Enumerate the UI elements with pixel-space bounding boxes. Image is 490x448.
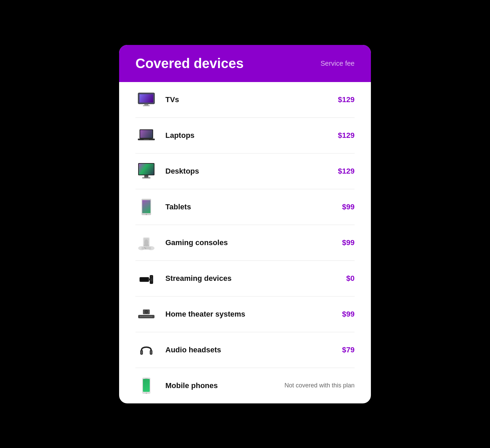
device-name-gaming-consoles: Gaming consoles (165, 238, 342, 247)
svg-rect-52 (145, 378, 148, 379)
svg-point-44 (145, 311, 147, 313)
device-name-home-theater: Home theater systems (165, 310, 342, 319)
svg-point-36 (141, 316, 142, 317)
tablet-icon (135, 196, 157, 218)
device-name-laptops: Laptops (165, 131, 338, 140)
device-name-tvs: TVs (165, 95, 338, 104)
device-row-audio-headsets: Audio headsets$79 (135, 332, 355, 368)
svg-rect-48 (150, 351, 152, 354)
svg-rect-7 (140, 130, 152, 138)
device-fee-home-theater: $99 (342, 310, 355, 319)
svg-rect-12 (144, 175, 148, 177)
svg-rect-20 (144, 245, 149, 246)
device-fee-tablets: $99 (342, 203, 355, 211)
device-fee-mobile-phones: Not covered with this plan (284, 382, 355, 389)
device-row-gaming-consoles: Gaming consoles$99 (135, 225, 355, 261)
card-header: Covered devices Service fee (119, 45, 371, 82)
device-name-mobile-phones: Mobile phones (165, 381, 284, 390)
svg-point-37 (143, 316, 144, 317)
svg-rect-25 (146, 248, 146, 249)
device-row-streaming-devices: Streaming devices$0 (135, 261, 355, 297)
svg-rect-32 (150, 279, 152, 280)
svg-point-39 (147, 316, 148, 317)
device-fee-streaming-devices: $0 (346, 274, 355, 283)
svg-rect-50 (143, 379, 150, 392)
device-name-desktops: Desktops (165, 167, 338, 176)
device-fee-audio-headsets: $79 (342, 346, 355, 354)
svg-rect-9 (144, 139, 149, 140)
svg-rect-24 (144, 247, 145, 248)
svg-point-16 (146, 214, 147, 215)
svg-point-30 (151, 276, 152, 277)
device-fee-gaming-consoles: $99 (342, 238, 355, 247)
device-row-home-theater: Home theater systems$99 (135, 297, 355, 332)
svg-rect-27 (140, 278, 148, 281)
device-row-tvs: TVs$129 (135, 82, 355, 118)
svg-point-51 (146, 393, 147, 394)
device-name-tablets: Tablets (165, 203, 342, 211)
phone-icon (135, 375, 157, 397)
desktop-icon (135, 160, 157, 182)
device-fee-desktops: $129 (338, 167, 355, 176)
device-fee-laptops: $129 (338, 131, 355, 140)
device-name-streaming-devices: Streaming devices (165, 274, 346, 283)
device-fee-tvs: $129 (338, 95, 355, 104)
card-title: Covered devices (135, 56, 244, 71)
laptop-icon (135, 125, 157, 146)
theater-icon (135, 303, 157, 325)
svg-rect-4 (143, 105, 150, 106)
svg-rect-33 (150, 281, 152, 281)
svg-rect-3 (144, 104, 148, 105)
svg-rect-31 (150, 278, 152, 279)
streaming-icon (135, 268, 157, 289)
device-row-mobile-phones: Mobile phonesNot covered with this plan (135, 368, 355, 403)
covered-devices-card: Covered devices Service fee TVs$129 Lapt… (119, 45, 371, 403)
headset-icon (135, 339, 157, 361)
svg-rect-2 (140, 94, 153, 102)
svg-rect-23 (142, 247, 151, 250)
device-name-audio-headsets: Audio headsets (165, 346, 342, 354)
svg-rect-15 (142, 200, 150, 213)
svg-point-41 (151, 316, 152, 317)
device-row-tablets: Tablets$99 (135, 189, 355, 225)
device-row-desktops: Desktops$129 (135, 154, 355, 189)
card-body: TVs$129 Laptops$129 Desktops$129 Tablets… (119, 82, 371, 403)
gaming-icon (135, 232, 157, 254)
device-row-laptops: Laptops$129 (135, 118, 355, 154)
svg-rect-47 (141, 351, 143, 354)
svg-point-38 (145, 316, 146, 317)
card-subtitle: Service fee (321, 60, 355, 67)
svg-rect-13 (142, 177, 150, 178)
tv-icon (135, 89, 157, 111)
svg-point-40 (149, 316, 150, 317)
svg-rect-11 (139, 164, 154, 175)
